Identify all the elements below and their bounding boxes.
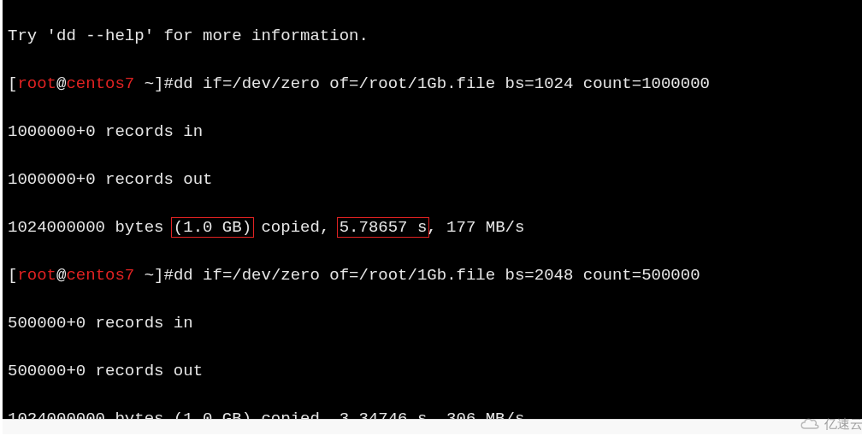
output-text: 1000000+0 records in — [8, 122, 203, 141]
output-text: copied, — [251, 218, 340, 237]
output-text: , 177 MB/s — [427, 218, 524, 237]
window-statusbar — [3, 419, 862, 434]
cloud-icon — [799, 416, 821, 433]
space — [134, 266, 144, 285]
watermark-text: 亿速云 — [824, 416, 863, 433]
bracket-close: ] — [154, 266, 163, 285]
command-text: dd if=/dev/zero of=/root/1Gb.file bs=204… — [174, 266, 700, 285]
at-sign: @ — [56, 74, 66, 93]
output-line: 1000000+0 records out — [8, 168, 857, 191]
highlight-time: 5.78657 s — [337, 217, 430, 238]
command-text: dd if=/dev/zero of=/root/1Gb.file bs=102… — [174, 74, 710, 93]
prompt-user: root — [17, 266, 56, 285]
prompt-hash: # — [163, 74, 173, 93]
bracket-close: ] — [154, 74, 163, 93]
space — [134, 74, 144, 93]
prompt-host: centos7 — [66, 74, 134, 93]
bracket-open: [ — [8, 74, 17, 93]
watermark: 亿速云 — [799, 416, 863, 433]
output-text: 500000+0 records in — [8, 314, 193, 333]
output-text: Try 'dd --help' for more information. — [8, 27, 369, 45]
output-text: 1000000+0 records out — [8, 170, 212, 189]
output-line: 500000+0 records in — [8, 311, 857, 335]
output-line: 500000+0 records out — [8, 359, 857, 383]
output-text: 500000+0 records out — [8, 362, 203, 380]
highlight-size: (1.0 GB) — [171, 217, 254, 238]
prompt-line: [root@centos7 ~]#dd if=/dev/zero of=/roo… — [8, 263, 857, 287]
output-line: 1000000+0 records in — [8, 120, 857, 144]
prompt-line: [root@centos7 ~]#dd if=/dev/zero of=/roo… — [8, 72, 857, 96]
at-sign: @ — [56, 266, 66, 285]
prompt-hash: # — [163, 266, 173, 285]
prompt-cwd: ~ — [145, 266, 154, 285]
prompt-host: centos7 — [66, 266, 134, 285]
prompt-user: root — [17, 74, 56, 93]
output-line: Try 'dd --help' for more information. — [8, 24, 857, 48]
output-text: 1024000000 bytes — [8, 218, 174, 237]
prompt-cwd: ~ — [145, 74, 154, 93]
output-line: 1024000000 bytes (1.0 GB) copied, 5.7865… — [8, 215, 857, 239]
terminal-window[interactable]: Try 'dd --help' for more information. [r… — [3, 0, 862, 419]
bracket-open: [ — [8, 266, 17, 285]
